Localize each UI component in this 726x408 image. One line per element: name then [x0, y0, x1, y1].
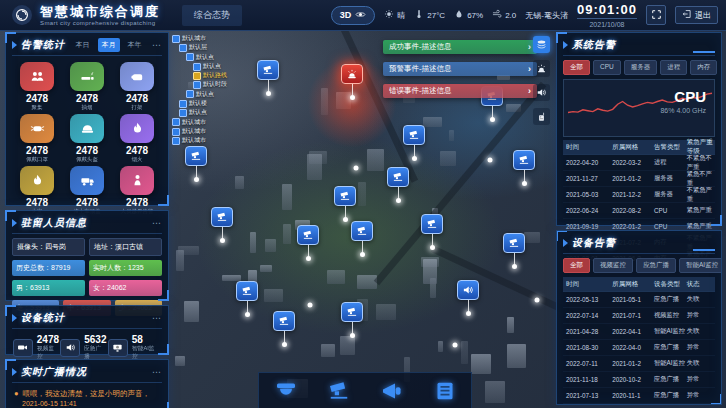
system-alarm-tabs: 全部CPU服务器进程内存 [563, 60, 715, 75]
weather-humidity: 67% [454, 9, 483, 21]
cell: 2021-05-03 [563, 191, 612, 198]
cell: 2021-08-30 [563, 344, 612, 351]
building-block [376, 304, 396, 320]
alarm-stat-tile[interactable]: 2478打架 [114, 62, 160, 111]
toolbar-cctv-camera-button[interactable] [324, 377, 354, 405]
layer-tree-item[interactable]: 默认城市 [172, 136, 227, 145]
layer-tree-item[interactable]: 默认城市 [172, 127, 227, 136]
layer-tree-item[interactable]: 默认城市 [172, 34, 227, 43]
map-marker-camera[interactable] [236, 281, 258, 317]
event-toast-warning[interactable]: 预警事件-描述信息› [383, 62, 537, 76]
exit-icon [682, 9, 692, 21]
system-alarm-tab-CPU[interactable]: CPU [593, 60, 621, 75]
layer-tree-item[interactable]: 默认城市 [172, 118, 227, 127]
event-toast-success[interactable]: 成功事件-描述信息› [383, 40, 537, 54]
system-alarm-row[interactable]: 2021-05-032021-12-2服务器不紧急严重 [563, 187, 715, 203]
more-menu-icon[interactable]: ⋯ [152, 40, 162, 50]
layer-tree-item[interactable]: 默认点 [172, 108, 227, 117]
strip-speaker-button[interactable] [533, 84, 550, 101]
fullscreen-button[interactable] [646, 5, 666, 25]
building-block [438, 341, 444, 352]
map-marker-camera[interactable] [403, 125, 425, 161]
layer-tree-item[interactable]: 默认层 [172, 43, 227, 52]
device-alarm-tab-应急广播[interactable]: 应急广播 [636, 258, 676, 273]
clock-date: 2021/10/08 [577, 21, 637, 28]
toolbar-dome-camera-button[interactable] [271, 377, 301, 405]
layer-tree-item[interactable]: 默认点 [172, 53, 227, 62]
map-marker-camera[interactable] [387, 167, 409, 203]
map-marker-camera[interactable] [513, 150, 535, 186]
map-marker-camera[interactable] [185, 146, 207, 182]
device-alarm-row[interactable]: 2021-04-282022-04-1智能AI监控失联 [563, 324, 715, 340]
layer-tree-item[interactable]: 默认路线 [172, 71, 227, 80]
alarm-tab-本年[interactable]: 本年 [124, 38, 146, 52]
layer-tree-item[interactable]: 默认楼 [172, 99, 227, 108]
cell: 2021-01-2 [612, 175, 654, 182]
more-menu-icon[interactable]: ⋯ [152, 313, 162, 323]
strip-siren-button[interactable] [533, 60, 550, 77]
alarm-stat-tile[interactable]: 2478聚集 [14, 62, 60, 111]
map-marker-camera[interactable] [334, 186, 356, 222]
alarm-stat-tile[interactable]: 2478抽烟 [64, 62, 110, 111]
device-alarm-row[interactable]: 2021-11-182020-10-2应急广播异常 [563, 372, 715, 388]
toast-text: 成功事件-描述信息 [389, 42, 528, 52]
more-menu-icon[interactable]: ⋯ [152, 218, 162, 228]
system-alarm-tab-服务器[interactable]: 服务器 [624, 60, 658, 75]
panel-device-statistics: 设备统计 ⋯ 2478视频监控5632应急广播58智能AI监控 [5, 305, 169, 355]
cell: 2020-10-2 [612, 376, 654, 383]
map-marker-camera[interactable] [421, 214, 443, 250]
alarm-tab-本日[interactable]: 本日 [72, 38, 94, 52]
layer-tree-item[interactable]: 默认点 [172, 62, 227, 71]
layer-tree-item[interactable]: 默认时段 [172, 80, 227, 89]
alarm-stat-tile[interactable]: 2478火灾 [14, 166, 60, 215]
cell: 服务器 [654, 174, 687, 183]
camera-icon [13, 339, 33, 357]
alarm-tab-本月[interactable]: 本月 [98, 38, 120, 52]
device-alarm-row[interactable]: 2022-02-172020-11-2视频监控异常 [563, 404, 715, 405]
device-alarm-row[interactable]: 2022-07-142021-07-1视频监控异常 [563, 308, 715, 324]
view-3d-toggle[interactable]: 3D [331, 6, 376, 25]
map-marker-camera[interactable] [257, 60, 279, 96]
map-marker-camera[interactable] [351, 221, 373, 257]
device-alarm-row[interactable]: 2022-07-112021-01-2智能AI监控失联 [563, 356, 715, 372]
cell: 2020-11-1 [612, 392, 654, 399]
alarm-stat-value: 2478 [114, 93, 160, 104]
personnel-stat-实时人数: 实时人数：1235 [89, 260, 162, 276]
system-alarm-tab-全部[interactable]: 全部 [563, 60, 590, 75]
map-marker-speaker[interactable] [457, 280, 479, 316]
map-marker-camera[interactable] [211, 207, 233, 243]
event-toast-error[interactable]: 错误事件-描述信息› [383, 84, 537, 98]
panel-arrow-icon [563, 239, 568, 247]
map-marker-alert[interactable] [341, 64, 363, 100]
map-marker-camera[interactable] [341, 302, 363, 338]
device-alarm-row[interactable]: 2021-07-132020-11-1应急广播异常 [563, 388, 715, 404]
system-alarm-row[interactable]: 2022-06-242022-08-2CPU紧急严重 [563, 203, 715, 219]
device-alarm-row[interactable]: 2022-05-132021-05-1应急广播失联 [563, 292, 715, 308]
toolbar-loudspeaker-button[interactable] [377, 377, 407, 405]
marker-stem [398, 187, 399, 198]
tab-overview[interactable]: 综合态势 [182, 5, 242, 26]
device-alarm-tab-视频监控[interactable]: 视频监控 [593, 258, 633, 273]
device-alarm-tabs: 全部视频监控应急广播智能AI监控 [563, 258, 715, 273]
toolbar-server-button[interactable] [430, 377, 460, 405]
device-alarm-row[interactable]: 2021-08-302022-04-0应急广播异常 [563, 340, 715, 356]
map-marker-camera[interactable] [503, 233, 525, 269]
exit-button[interactable]: 退出 [675, 6, 718, 24]
strip-radio-button[interactable] [533, 108, 550, 125]
alarm-stat-tile[interactable]: 2478渣土车顶盖 [64, 166, 110, 215]
device-alarm-tab-全部[interactable]: 全部 [563, 258, 590, 273]
strip-layers-button[interactable] [533, 36, 550, 53]
system-alarm-tab-进程[interactable]: 进程 [660, 60, 687, 75]
alarm-stat-tile[interactable]: 2478佩戴口罩 [14, 114, 60, 163]
system-alarm-tab-内存[interactable]: 内存 [690, 60, 717, 75]
map-marker-camera[interactable] [297, 225, 319, 261]
layer-tree-item[interactable]: 默认点 [172, 90, 227, 99]
alarm-stat-tile[interactable]: 2478佩戴头盔 [64, 114, 110, 163]
cctv-camera-icon [236, 281, 258, 301]
cctv-camera-icon [387, 167, 409, 187]
device-alarm-tab-智能AI监控[interactable]: 智能AI监控 [679, 258, 722, 273]
alarm-stat-tile[interactable]: 2478人员越界告警 [114, 166, 160, 215]
map-marker-camera[interactable] [273, 311, 295, 347]
more-menu-icon[interactable]: ⋯ [152, 367, 162, 377]
alarm-stat-tile[interactable]: 2478烟火 [114, 114, 160, 163]
